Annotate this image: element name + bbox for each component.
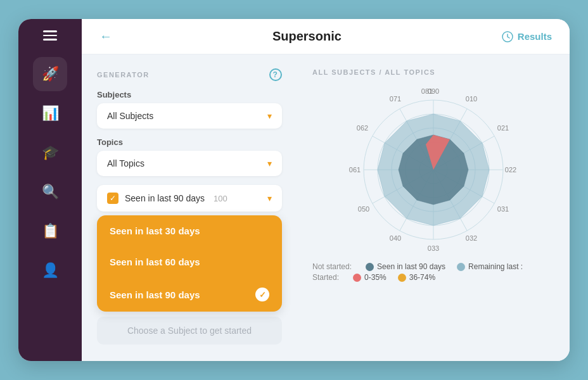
right-panel: ALL SUBJECTS / ALL TOPICS [297, 54, 570, 361]
help-button[interactable]: ? [269, 68, 282, 81]
subjects-group: Subjects All Subjects ▾ [97, 90, 282, 129]
sidebar-item-clipboard[interactable]: 📋 [33, 214, 67, 248]
dropdown-item-60-label: Seen in last 60 days [110, 256, 200, 267]
sidebar-item-chart[interactable]: 📊 [33, 96, 67, 130]
graduation-icon: 🎓 [42, 144, 59, 161]
chart-icon: 📊 [42, 105, 59, 122]
seen-90-dot [366, 263, 374, 271]
body: GENERATOR ? Subjects All Subjects ▾ Topi… [82, 54, 570, 361]
topics-chevron: ▾ [267, 158, 272, 168]
range1-legend-label: 0-35% [364, 273, 387, 282]
radar-chart: 090 010 021 022 031 032 033 040 050 061 [338, 82, 528, 260]
menu-button[interactable] [43, 30, 57, 41]
header: ← Supersonic Results [82, 19, 570, 54]
topics-label: Topics [97, 137, 282, 147]
svg-text:032: 032 [466, 234, 477, 242]
generator-label: GENERATOR ? [97, 68, 282, 81]
dropdown-item-60[interactable]: Seen in last 60 days [97, 246, 282, 277]
left-panel: GENERATOR ? Subjects All Subjects ▾ Topi… [82, 54, 297, 361]
dropdown-check-icon: ✓ [255, 288, 269, 301]
results-icon [502, 31, 513, 42]
remaining-legend: Remaining last : [457, 262, 523, 271]
sidebar-item-user[interactable]: 👤 [33, 253, 67, 288]
svg-text:031: 031 [497, 205, 509, 213]
svg-text:050: 050 [358, 205, 369, 213]
subjects-select[interactable]: All Subjects ▾ [97, 103, 282, 129]
chart-header: ALL SUBJECTS / ALL TOPICS [312, 68, 554, 76]
search-icon: 🔍 [42, 184, 59, 200]
user-icon: 👤 [42, 262, 59, 279]
back-button[interactable]: ← [99, 29, 112, 44]
seen-chevron: ▾ [267, 193, 272, 203]
sidebar-item-graduation[interactable]: 🎓 [33, 136, 67, 170]
remaining-legend-label: Remaining last : [468, 262, 523, 271]
svg-text:061: 061 [349, 166, 361, 174]
svg-text:010: 010 [466, 95, 477, 103]
not-started-label: Not started: [312, 262, 352, 271]
sidebar: 🚀 📊 🎓 🔍 📋 👤 [18, 19, 82, 361]
choose-subject-button[interactable]: Choose a Subject to get started [97, 317, 282, 345]
topics-group: Topics All Topics ▾ [97, 137, 282, 176]
main-content: ← Supersonic Results GENERATOR ? Subject… [82, 19, 570, 361]
svg-text:033: 033 [428, 244, 439, 252]
subjects-value: All Subjects [107, 111, 153, 121]
app-container: 🚀 📊 🎓 🔍 📋 👤 ← Supersonic [18, 19, 570, 361]
seen-dropdown-trigger[interactable]: ✓ Seen in last 90 days 100 ▾ [97, 185, 282, 212]
seen-90-legend-label: Seen in last 90 days [377, 262, 445, 271]
dropdown-item-30[interactable]: Seen in last 30 days [97, 215, 282, 246]
svg-text:040: 040 [390, 234, 401, 242]
radar-svg: 090 010 021 022 031 032 033 040 050 061 [338, 82, 528, 253]
page-title: Supersonic [272, 29, 342, 44]
dropdown-item-90-label: Seen in last 90 days [110, 289, 200, 300]
svg-text:022: 022 [505, 166, 516, 174]
range2-dot [398, 274, 406, 282]
subjects-chevron: ▾ [267, 111, 272, 121]
results-button[interactable]: Results [502, 31, 552, 42]
subjects-label: Subjects [97, 90, 282, 99]
range1-dot [353, 274, 361, 282]
dropdown-item-90[interactable]: Seen in last 90 days ✓ [97, 277, 282, 312]
range1-legend: 0-35% [353, 273, 387, 282]
started-label: Started: [312, 273, 339, 282]
clipboard-icon: 📋 [42, 223, 59, 239]
chart-area: 090 010 021 022 031 032 033 040 050 061 [312, 82, 554, 347]
topics-select[interactable]: All Topics ▾ [97, 151, 282, 176]
rocket-icon: 🚀 [42, 66, 59, 82]
sidebar-item-search[interactable]: 🔍 [33, 175, 67, 209]
seen-dropdown: Seen in last 30 days Seen in last 60 day… [97, 215, 282, 312]
range2-legend-label: 36-74% [409, 273, 435, 282]
legend: Not started: Seen in last 90 days Remain… [312, 262, 554, 284]
svg-text:062: 062 [357, 124, 368, 132]
svg-text:081: 081 [421, 87, 433, 95]
range2-legend: 36-74% [398, 273, 435, 282]
remaining-dot [457, 263, 465, 271]
svg-text:021: 021 [497, 124, 509, 132]
dropdown-item-30-label: Seen in last 30 days [110, 225, 200, 236]
seen-checkbox: ✓ [107, 193, 118, 204]
seen-label: Seen in last 90 days [125, 193, 205, 203]
sidebar-item-rocket[interactable]: 🚀 [33, 57, 67, 91]
topics-value: All Topics [107, 158, 144, 168]
svg-text:071: 071 [390, 95, 401, 103]
seen-count: 100 [214, 194, 227, 203]
seen-90-legend: Seen in last 90 days [366, 262, 445, 271]
